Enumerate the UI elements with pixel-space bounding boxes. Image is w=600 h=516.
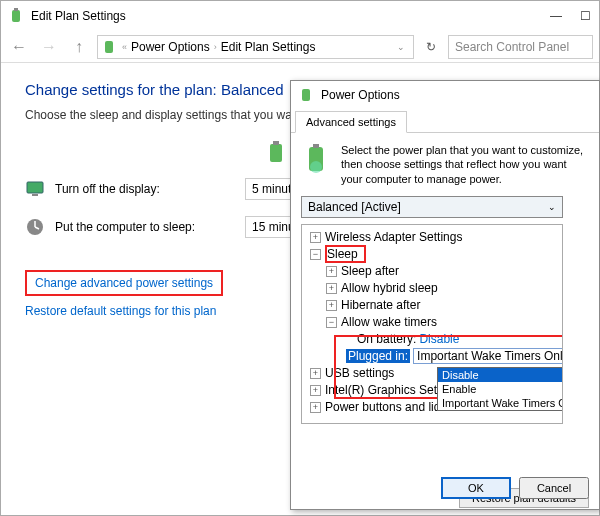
settings-tree[interactable]: +Wireless Adapter Settings −Sleep +Sleep… [301, 224, 563, 424]
svg-rect-3 [270, 144, 282, 162]
up-button[interactable]: ↑ [67, 35, 91, 59]
display-label: Turn off the display: [55, 182, 245, 196]
sleep-icon [25, 217, 45, 237]
svg-rect-10 [313, 144, 319, 148]
titlebar: Edit Plan Settings — ☐ [1, 1, 599, 31]
change-advanced-link[interactable]: Change advanced power settings [35, 276, 213, 290]
power-options-icon [9, 8, 25, 24]
tab-advanced-settings[interactable]: Advanced settings [295, 111, 407, 133]
tree-node-hibernate[interactable]: +Hibernate after [304, 297, 560, 314]
display-icon [25, 179, 45, 199]
svg-rect-6 [32, 194, 38, 196]
help-text: Select the power plan that you want to c… [341, 143, 589, 186]
cancel-button[interactable]: Cancel [519, 477, 589, 499]
chevron-right-icon: › [214, 42, 217, 52]
breadcrumb[interactable]: « Power Options › Edit Plan Settings ⌄ [97, 35, 414, 59]
maximize-button[interactable]: ☐ [580, 9, 591, 23]
breadcrumb-part[interactable]: Edit Plan Settings [221, 40, 316, 54]
svg-rect-2 [105, 41, 113, 53]
svg-rect-1 [14, 8, 18, 11]
tree-node-sleep[interactable]: −Sleep [304, 246, 560, 263]
dialog-titlebar: Power Options [291, 81, 599, 109]
power-options-icon [299, 87, 315, 103]
dialog-body: Select the power plan that you want to c… [291, 133, 599, 471]
window-controls: — ☐ [550, 9, 591, 23]
expand-icon[interactable]: + [310, 385, 321, 396]
expand-icon[interactable]: + [326, 300, 337, 311]
chevron-down-icon[interactable]: ⌄ [393, 42, 409, 52]
dropdown-option-important[interactable]: Important Wake Timers Only [438, 396, 563, 410]
highlight-box: Sleep [325, 245, 366, 263]
highlight-box: Change advanced power settings [25, 270, 223, 296]
tree-node-wake-timers[interactable]: −Allow wake timers [304, 314, 560, 331]
expand-icon[interactable]: + [310, 402, 321, 413]
battery-icon [265, 140, 289, 164]
power-options-dialog: Power Options Advanced settings Select t… [290, 80, 600, 510]
collapse-icon[interactable]: − [310, 249, 321, 260]
sleep-label: Put the computer to sleep: [55, 220, 245, 234]
breadcrumb-part[interactable]: Power Options [131, 40, 210, 54]
expand-icon[interactable]: + [326, 266, 337, 277]
tree-node-wireless[interactable]: +Wireless Adapter Settings [304, 229, 560, 246]
power-plan-icon [102, 39, 118, 55]
power-plan-large-icon [301, 143, 333, 175]
expand-icon[interactable]: + [326, 283, 337, 294]
forward-button[interactable]: → [37, 35, 61, 59]
svg-point-11 [310, 161, 322, 173]
dropdown-option-disable[interactable]: Disable [438, 368, 563, 382]
dialog-buttons: OK Cancel [441, 477, 589, 499]
ok-button[interactable]: OK [441, 477, 511, 499]
refresh-button[interactable]: ↻ [420, 36, 442, 58]
expand-icon[interactable]: + [310, 232, 321, 243]
svg-rect-4 [273, 141, 279, 145]
svg-rect-5 [27, 182, 43, 193]
expand-icon[interactable]: + [310, 368, 321, 379]
restore-defaults-link[interactable]: Restore default settings for this plan [25, 304, 216, 318]
dropdown-option-enable[interactable]: Enable [438, 382, 563, 396]
dialog-tabs: Advanced settings [291, 109, 599, 133]
minimize-button[interactable]: — [550, 9, 562, 23]
window-title: Edit Plan Settings [31, 9, 550, 23]
collapse-icon[interactable]: − [326, 317, 337, 328]
search-input[interactable]: Search Control Panel [448, 35, 593, 59]
power-plan-dropdown[interactable]: Balanced [Active] ⌄ [301, 196, 563, 218]
tree-node-hybrid-sleep[interactable]: +Allow hybrid sleep [304, 280, 560, 297]
breadcrumb-sep-icon: « [122, 42, 127, 52]
tree-node-sleep-after[interactable]: +Sleep after [304, 263, 560, 280]
back-button[interactable]: ← [7, 35, 31, 59]
svg-rect-8 [302, 89, 310, 101]
plugged-in-dropdown-menu: Disable Enable Important Wake Timers Onl… [437, 367, 563, 411]
dialog-title: Power Options [321, 88, 400, 102]
chevron-down-icon: ⌄ [548, 202, 556, 212]
help-row: Select the power plan that you want to c… [301, 143, 589, 186]
navbar: ← → ↑ « Power Options › Edit Plan Settin… [1, 31, 599, 63]
svg-rect-0 [12, 10, 20, 22]
power-plan-value: Balanced [Active] [308, 200, 401, 214]
